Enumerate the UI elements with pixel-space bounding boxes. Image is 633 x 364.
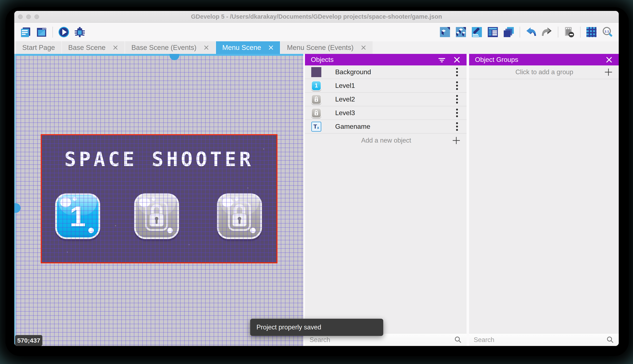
object-row-level3[interactable]: Level3 bbox=[305, 106, 467, 120]
toolbar-divider bbox=[558, 27, 558, 38]
highlight-dot bbox=[73, 197, 77, 201]
tab-base-scene[interactable]: Base Scene bbox=[62, 41, 124, 54]
scene-title-text[interactable]: SPACE SHOOTER bbox=[42, 148, 277, 171]
highlight-dot bbox=[152, 197, 156, 201]
objects-panel-header: Objects bbox=[305, 54, 467, 66]
svg-text:1:1: 1:1 bbox=[604, 30, 609, 33]
zoom-original-icon[interactable]: 1:1 bbox=[601, 26, 613, 38]
close-panel-icon[interactable] bbox=[453, 56, 461, 64]
object-row-gamename[interactable]: Tx Gamename bbox=[305, 120, 467, 134]
play-preview-icon[interactable] bbox=[58, 26, 70, 38]
objects-panel: Objects Background 1 Level1 bbox=[305, 54, 467, 346]
object-row-level2[interactable]: Level2 bbox=[305, 93, 467, 106]
tab-label: Start Page bbox=[22, 44, 55, 52]
objects-search-input[interactable] bbox=[309, 336, 454, 344]
star-dot bbox=[67, 252, 68, 253]
add-object-plus-icon[interactable] bbox=[451, 136, 461, 145]
object-menu-kebab-icon[interactable] bbox=[453, 108, 461, 118]
background-thumbnail bbox=[311, 67, 321, 77]
canvas-horizontal-scrollbar[interactable] bbox=[14, 54, 303, 56]
object-menu-kebab-icon[interactable] bbox=[453, 68, 461, 77]
tab-close-icon[interactable] bbox=[268, 45, 274, 50]
main-toolbar: 1:1 bbox=[14, 23, 619, 41]
highlight-dot bbox=[88, 228, 94, 233]
object-row-background[interactable]: Background bbox=[305, 66, 467, 79]
search-icon[interactable] bbox=[606, 336, 614, 344]
panel-separator[interactable] bbox=[303, 54, 305, 346]
toolbar-divider bbox=[520, 27, 520, 38]
highlight-dot bbox=[235, 197, 238, 201]
object-groups-editor-icon[interactable] bbox=[455, 26, 467, 38]
toolbar-right-group: 1:1 bbox=[437, 26, 615, 38]
project-manager-icon[interactable] bbox=[20, 26, 32, 38]
cursor-coordinates-badge: 570;437 bbox=[15, 335, 42, 346]
layers-editor-icon[interactable] bbox=[503, 26, 515, 38]
level1-thumbnail: 1 bbox=[311, 81, 321, 91]
toolbar-divider bbox=[53, 27, 53, 38]
object-menu-kebab-icon[interactable] bbox=[453, 81, 461, 90]
redo-icon[interactable] bbox=[541, 26, 553, 38]
level1-button-sprite[interactable]: 1 bbox=[55, 193, 100, 239]
main-content: SPACE SHOOTER 1 bbox=[14, 54, 619, 346]
tab-menu-scene[interactable]: Menu Scene bbox=[216, 41, 280, 54]
scene-canvas[interactable]: SPACE SHOOTER 1 bbox=[14, 54, 303, 346]
object-groups-panel: Object Groups Click to add a group bbox=[469, 54, 619, 346]
search-icon[interactable] bbox=[454, 336, 462, 344]
add-object-row[interactable]: Add a new object bbox=[305, 134, 467, 148]
groups-search-input[interactable] bbox=[474, 336, 606, 344]
toast-message: Project properly saved bbox=[256, 324, 321, 331]
level2-button-sprite[interactable] bbox=[134, 193, 179, 239]
save-toast: Project properly saved bbox=[250, 319, 383, 336]
star-dot bbox=[188, 244, 189, 245]
level3-thumbnail bbox=[311, 108, 321, 118]
maximize-window-button[interactable] bbox=[35, 14, 39, 19]
object-groups-panel-title: Object Groups bbox=[475, 56, 518, 64]
filter-icon[interactable] bbox=[438, 56, 446, 64]
object-groups-panel-header: Object Groups bbox=[469, 54, 619, 66]
level3-button-sprite[interactable] bbox=[217, 193, 262, 239]
add-object-label: Add a new object bbox=[361, 137, 411, 144]
highlight-dot bbox=[167, 228, 173, 233]
object-name: Level2 bbox=[335, 96, 355, 103]
minimize-window-button[interactable] bbox=[26, 14, 31, 19]
debug-bug-icon[interactable] bbox=[74, 26, 86, 38]
objects-editor-icon[interactable] bbox=[439, 26, 451, 38]
star-dot bbox=[247, 188, 248, 188]
panel-gap bbox=[467, 54, 469, 346]
tab-start-page[interactable]: Start Page bbox=[16, 41, 61, 54]
highlight-blob bbox=[60, 198, 71, 207]
highlight-dot bbox=[250, 228, 256, 233]
star-dot bbox=[115, 225, 116, 226]
canvas-vertical-scrollbar[interactable] bbox=[14, 54, 16, 346]
tab-label: Base Scene (Events) bbox=[131, 44, 196, 52]
object-menu-kebab-icon[interactable] bbox=[453, 122, 461, 131]
horizontal-scrollbar-thumb[interactable] bbox=[170, 54, 179, 60]
scene-editor-icon[interactable] bbox=[36, 26, 48, 38]
add-group-label: Click to add a group bbox=[515, 68, 573, 76]
groups-search-bar bbox=[469, 334, 619, 346]
tab-label: Menu Scene bbox=[222, 44, 261, 52]
tab-close-icon[interactable] bbox=[361, 45, 366, 50]
toggle-instances-mask-icon[interactable] bbox=[563, 26, 575, 38]
object-name: Level3 bbox=[335, 109, 355, 117]
tab-close-icon[interactable] bbox=[204, 45, 209, 50]
properties-editor-icon[interactable] bbox=[471, 26, 483, 38]
title-bar: GDevelop 5 - /Users/dkarakay/Documents/G… bbox=[14, 11, 619, 23]
vertical-scrollbar-thumb[interactable] bbox=[14, 203, 21, 213]
grid-toggle-icon[interactable] bbox=[585, 26, 597, 38]
undo-icon[interactable] bbox=[525, 26, 537, 38]
star-dot bbox=[263, 148, 264, 150]
add-group-row[interactable]: Click to add a group bbox=[469, 66, 619, 79]
object-name: Gamename bbox=[335, 123, 370, 130]
objects-list: Background 1 Level1 Level2 Level3 bbox=[305, 66, 467, 334]
scene-background-instance[interactable]: SPACE SHOOTER 1 bbox=[42, 135, 277, 262]
instances-list-icon[interactable] bbox=[487, 26, 499, 38]
object-row-level1[interactable]: 1 Level1 bbox=[305, 79, 467, 93]
tab-menu-scene-events[interactable]: Menu Scene (Events) bbox=[281, 41, 372, 54]
close-window-button[interactable] bbox=[18, 14, 23, 19]
add-group-plus-icon[interactable] bbox=[604, 67, 613, 77]
tab-close-icon[interactable] bbox=[113, 45, 118, 50]
object-menu-kebab-icon[interactable] bbox=[453, 95, 461, 104]
close-panel-icon[interactable] bbox=[605, 56, 613, 64]
tab-base-scene-events[interactable]: Base Scene (Events) bbox=[125, 41, 215, 54]
